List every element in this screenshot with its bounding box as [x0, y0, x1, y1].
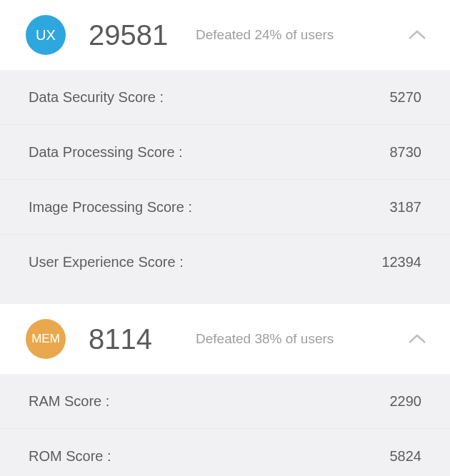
metric-label: RAM Score :	[29, 393, 109, 410]
section-header-ux[interactable]: UX 29581 Defeated 24% of users	[0, 0, 450, 70]
ux-metrics-group: Data Security Score : 5270 Data Processi…	[0, 70, 450, 290]
metric-label: Data Security Score :	[29, 89, 164, 106]
section-gap	[0, 290, 450, 304]
metric-value: 3187	[390, 199, 422, 216]
ux-score: 29581	[89, 19, 181, 51]
mem-defeat-text: Defeated 38% of users	[196, 330, 401, 348]
metric-label: User Experience Score :	[29, 254, 184, 270]
mem-badge: MEM	[26, 319, 66, 359]
metric-value: 12394	[381, 254, 421, 270]
metric-label: Data Processing Score :	[29, 144, 183, 161]
metric-value: 5270	[390, 89, 422, 106]
metric-row: ROM Score : 5824	[0, 429, 450, 476]
ux-defeat-text: Defeated 24% of users	[196, 26, 401, 44]
metric-label: ROM Score :	[29, 448, 111, 465]
metric-row: Data Security Score : 5270	[0, 70, 450, 125]
metric-label: Image Processing Score :	[29, 199, 192, 216]
mem-badge-label: MEM	[31, 332, 60, 346]
section-header-mem[interactable]: MEM 8114 Defeated 38% of users	[0, 304, 450, 374]
metric-value: 8730	[390, 144, 422, 161]
metric-row: Image Processing Score : 3187	[0, 180, 450, 235]
metric-row: RAM Score : 2290	[0, 374, 450, 429]
metric-value: 5824	[390, 448, 422, 465]
metric-row: Data Processing Score : 8730	[0, 125, 450, 180]
ux-badge-label: UX	[36, 27, 56, 44]
mem-metrics-group: RAM Score : 2290 ROM Score : 5824	[0, 374, 450, 476]
mem-score: 8114	[89, 323, 181, 355]
metric-value: 2290	[390, 393, 422, 410]
ux-badge: UX	[26, 15, 66, 55]
chevron-up-icon[interactable]	[401, 23, 433, 47]
metric-row: User Experience Score : 12394	[0, 235, 450, 290]
chevron-up-icon[interactable]	[401, 327, 433, 351]
